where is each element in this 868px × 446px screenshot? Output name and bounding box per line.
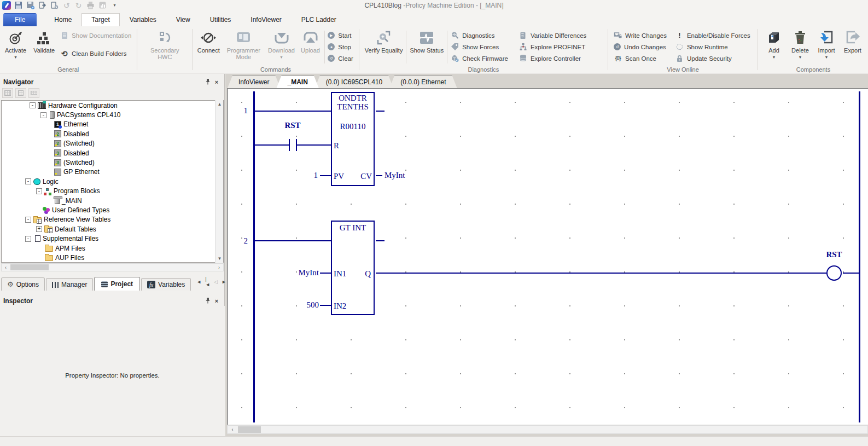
tree-item-user-defined-types[interactable]: User Defined Types bbox=[2, 205, 223, 215]
tree-item-hardware-configuration[interactable]: - Hardware Configuration bbox=[2, 101, 223, 110]
tree-item-disabled-2[interactable]: 2 Disabled bbox=[2, 129, 223, 138]
tab-project[interactable]: Project bbox=[94, 277, 140, 291]
explore-profinet-button[interactable]: Explore PROFINET bbox=[516, 41, 590, 53]
ondtr-function-block[interactable]: ONDTR TENTHS R00110 R PV CV bbox=[331, 92, 375, 186]
tab-options[interactable]: ⚙ Options bbox=[1, 277, 45, 291]
tab-infoviewer-doc[interactable]: InfoViewer bbox=[228, 76, 280, 88]
tree-item-main[interactable]: _MAIN bbox=[2, 196, 223, 205]
gt-int-function-block[interactable]: GT INT IN1 Q IN2 bbox=[331, 221, 375, 315]
tree-item-pacsystems-cpl410[interactable]: - PACSystems CPL410 bbox=[2, 110, 223, 119]
tab-ethernet-doc[interactable]: (0.0.0) Ethernet bbox=[389, 76, 457, 88]
tab-view[interactable]: View bbox=[166, 13, 200, 26]
delete-dropdown[interactable]: ▼ bbox=[799, 54, 802, 61]
clean-build-folders-button[interactable]: ⟲ Clean Build Folders bbox=[57, 48, 134, 59]
rung2-in1-operand[interactable]: MyInt bbox=[292, 268, 319, 277]
import-dropdown[interactable]: ▼ bbox=[825, 54, 829, 61]
export-button[interactable]: Export bbox=[840, 28, 866, 54]
start-button[interactable]: ▶ Start bbox=[325, 30, 356, 41]
contact-rst[interactable] bbox=[289, 139, 290, 151]
tree-item-logic[interactable]: - Logic bbox=[2, 177, 223, 186]
tree-item-apm-files[interactable]: APM Files bbox=[2, 244, 223, 253]
add-button[interactable]: Add ▼ bbox=[761, 28, 787, 61]
enable-disable-forces-button[interactable]: ! Enable/Disable Forces bbox=[673, 30, 753, 41]
import-button[interactable]: Import ▼ bbox=[813, 28, 840, 61]
variable-differences-button[interactable]: Variable Differences bbox=[516, 30, 590, 41]
show-runtime-button[interactable]: Show Runtime bbox=[673, 41, 753, 53]
tab-utilities[interactable]: Utilities bbox=[200, 13, 241, 26]
show-forces-button[interactable]: Show Forces bbox=[448, 41, 511, 53]
diagnostics-button[interactable]: Diagnostics bbox=[448, 30, 511, 41]
ladder-editor-canvas[interactable]: 1 RST ONDTR TENTHS R00110 R PV CV 1 MyIn… bbox=[227, 88, 868, 425]
tab-file[interactable]: File bbox=[3, 13, 37, 26]
prev-group-icon[interactable]: |◄ bbox=[205, 276, 210, 287]
show-status-button[interactable]: Show Status bbox=[407, 28, 446, 54]
explore-controller-button[interactable]: Explore Controller bbox=[516, 53, 590, 64]
collapse-toggle[interactable]: - bbox=[25, 178, 31, 184]
rung2-number[interactable]: 2 bbox=[237, 236, 248, 245]
collapse-toggle[interactable]: - bbox=[36, 188, 42, 194]
rung1-number[interactable]: 1 bbox=[237, 106, 248, 115]
tree-item-switched-2[interactable]: 2 (Switched) bbox=[2, 139, 223, 148]
delete-button[interactable]: Delete ▼ bbox=[787, 28, 813, 61]
tree-item-gp-ethernet[interactable]: · GP Ethernet bbox=[2, 167, 223, 177]
write-changes-button[interactable]: Write Changes bbox=[611, 30, 669, 41]
tab-main-doc[interactable]: _MAIN bbox=[276, 76, 318, 88]
tab-infoviewer[interactable]: InfoViewer bbox=[241, 13, 291, 26]
activate-button[interactable]: Activate ▼ bbox=[2, 28, 29, 61]
tree-item-reference-view-tables[interactable]: - Reference View Tables bbox=[2, 215, 223, 224]
check-firmware-button[interactable]: Check Firmware bbox=[448, 53, 511, 64]
collapse-toggle[interactable]: - bbox=[40, 112, 46, 118]
verify-equality-button[interactable]: Verify Equality bbox=[362, 28, 406, 54]
wire bbox=[376, 111, 385, 112]
first-tab-icon[interactable]: ◄ bbox=[196, 279, 201, 285]
scroll-left-arrow[interactable]: ‹ bbox=[229, 426, 236, 433]
tab-target[interactable]: Target bbox=[81, 13, 119, 26]
close-icon[interactable]: × bbox=[212, 79, 221, 85]
tree-item-disabled-3[interactable]: 3 Disabled bbox=[2, 148, 223, 158]
tree-item-default-tables[interactable]: + Default Tables bbox=[2, 224, 223, 234]
tree-item-program-blocks[interactable]: - Program Blocks bbox=[2, 187, 223, 196]
connect-button[interactable]: Connect bbox=[195, 28, 222, 54]
collapse-toggle[interactable]: - bbox=[25, 217, 31, 223]
tree-item-aup-files[interactable]: AUP Files bbox=[2, 253, 223, 262]
scroll-down-arrow[interactable]: ▼ bbox=[215, 254, 224, 263]
collapse-toggle[interactable]: - bbox=[30, 102, 36, 108]
tree-vertical-scrollbar[interactable]: ▲ ▼ bbox=[215, 100, 223, 263]
rung1-pv-operand[interactable]: 1 bbox=[307, 171, 318, 179]
tab-manager[interactable]: Manager bbox=[46, 278, 93, 291]
scroll-thumb[interactable] bbox=[238, 426, 261, 433]
rung2-in2-operand[interactable]: 500 bbox=[302, 300, 319, 309]
tree-item-switched-3[interactable]: 3 (Switched) bbox=[2, 158, 223, 167]
undo-changes-button[interactable]: ↺ Undo Changes bbox=[611, 41, 669, 53]
expand-toggle[interactable]: + bbox=[36, 226, 42, 232]
inspector-header: Inspector × bbox=[0, 296, 224, 306]
scroll-right-arrow[interactable]: › bbox=[215, 264, 223, 271]
scroll-up-arrow[interactable]: ▲ bbox=[215, 100, 224, 108]
scroll-thumb[interactable] bbox=[10, 264, 49, 270]
activate-dropdown[interactable]: ▼ bbox=[14, 54, 18, 61]
tree-item-ethernet[interactable]: 1 Ethernet bbox=[2, 120, 223, 129]
tab-variables[interactable]: fx Variables bbox=[141, 278, 191, 291]
tree-item-supplemental-files[interactable]: - Supplemental Files bbox=[2, 234, 223, 243]
scan-once-button[interactable]: {0} Scan Once bbox=[611, 53, 669, 64]
scroll-left-arrow[interactable]: ‹ bbox=[2, 264, 10, 271]
update-security-button[interactable]: Update Security bbox=[673, 53, 753, 64]
tab-plc-ladder[interactable]: PLC Ladder bbox=[292, 13, 346, 26]
stop-button[interactable]: ● Stop bbox=[325, 41, 356, 53]
tree-horizontal-scrollbar[interactable]: ‹ › bbox=[1, 263, 224, 271]
coil-rst[interactable] bbox=[826, 265, 842, 281]
tab-ic695cpl410-doc[interactable]: (0.0) IC695CPL410 bbox=[315, 76, 393, 88]
clear-button[interactable]: ↺ Clear bbox=[325, 53, 356, 64]
collapse-toggle[interactable]: - bbox=[25, 236, 31, 242]
pin-icon[interactable] bbox=[203, 78, 212, 86]
add-dropdown[interactable]: ▼ bbox=[772, 54, 776, 61]
close-icon[interactable]: × bbox=[212, 298, 221, 304]
group-label-components: Components bbox=[759, 66, 868, 73]
tab-home[interactable]: Home bbox=[44, 13, 81, 26]
rung1-cv-operand[interactable]: MyInt bbox=[385, 171, 405, 179]
validate-button[interactable]: Validate bbox=[31, 28, 57, 54]
pin-icon[interactable] bbox=[203, 297, 212, 305]
editor-horizontal-scrollbar[interactable]: ‹ bbox=[227, 425, 868, 434]
tab-variables[interactable]: Variables bbox=[120, 13, 166, 26]
prev-tab-icon[interactable]: ◁ bbox=[214, 279, 218, 285]
